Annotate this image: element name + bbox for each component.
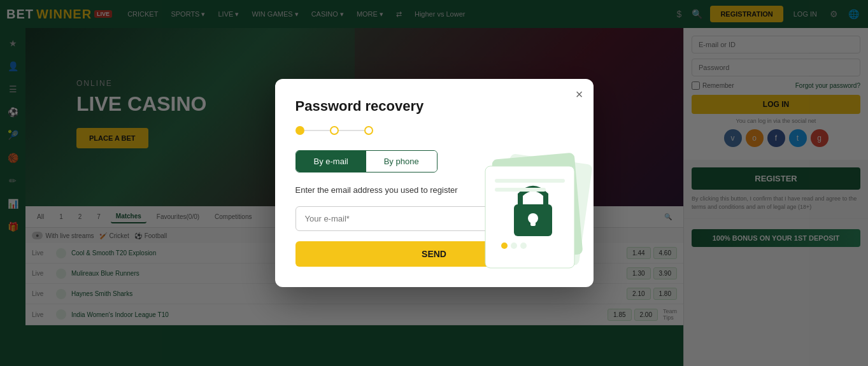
tab-by-email[interactable]: By e-mail (296, 151, 366, 172)
tab-by-phone[interactable]: By phone (366, 151, 437, 172)
progress-dot-2 (330, 126, 339, 135)
progress-line-1 (304, 130, 330, 131)
password-recovery-modal: × Password recovery By e-mail By phone E… (275, 79, 594, 288)
progress-dot-1 (295, 126, 304, 135)
recovery-method-tabs: By e-mail By phone (295, 150, 438, 172)
lock-illustration (473, 134, 600, 274)
modal-backdrop: × Password recovery By e-mail By phone E… (0, 0, 868, 366)
modal-close-button[interactable]: × (576, 88, 583, 101)
progress-indicator (295, 126, 573, 135)
svg-rect-5 (530, 218, 536, 226)
svg-point-8 (501, 243, 508, 249)
progress-dot-3 (364, 126, 373, 135)
svg-point-10 (520, 243, 527, 249)
svg-rect-7 (495, 188, 546, 192)
svg-rect-6 (495, 179, 565, 183)
svg-point-9 (511, 243, 517, 249)
modal-title: Password recovery (295, 98, 573, 115)
progress-line-2 (339, 130, 364, 131)
